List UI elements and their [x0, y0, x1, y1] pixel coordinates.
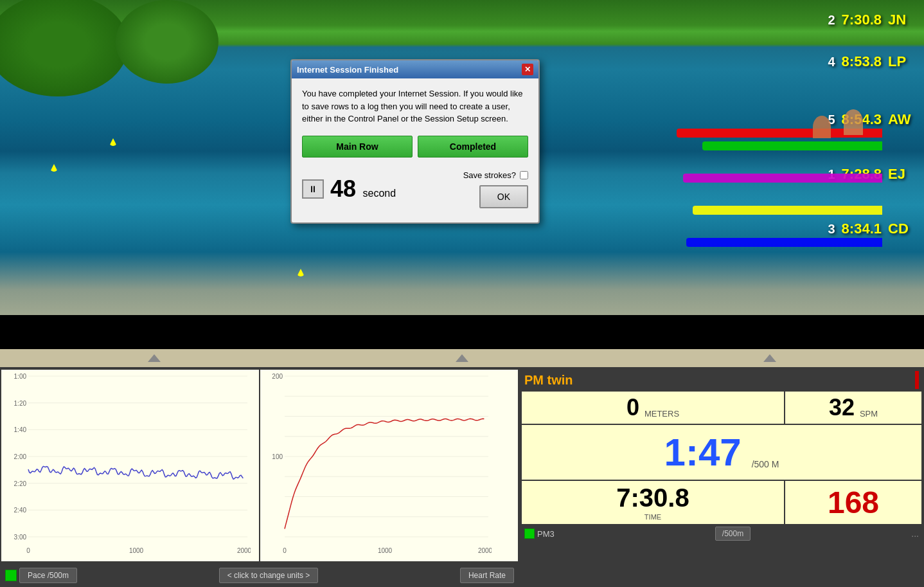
pm-pace-value: 1:47 [664, 430, 742, 474]
charts-panel: Pace /500m < click to change units > Hea… [0, 367, 519, 587]
pm-meters-row: 0 METERS 32 SPM [522, 392, 921, 424]
pace-indicator [5, 570, 17, 581]
ok-button[interactable]: OK [479, 185, 528, 208]
pm-meters-value: 0 [626, 394, 639, 421]
pm-time-label: TIME [644, 512, 661, 521]
pm-header: PM twin [522, 370, 921, 390]
pm-model-group: PM3 [524, 528, 555, 539]
pm-time-cell: 7:30.8 TIME [522, 481, 784, 524]
scroll-up-arrow-1[interactable] [148, 354, 161, 362]
pm-model-label: PM3 [537, 529, 555, 539]
pace-label-button[interactable]: Pace /500m [19, 568, 77, 583]
bottom-panel: Pace /500m < click to change units > Hea… [0, 349, 924, 587]
pm-footer: PM3 /500m ... [522, 525, 921, 542]
scroll-up-arrow-2[interactable] [456, 354, 468, 362]
arrows-row [0, 349, 924, 367]
heart-rate-button[interactable]: Heart Rate [460, 568, 514, 583]
pm-pace-row: 1:47 /500 M [522, 425, 921, 480]
scroll-up-arrow-3[interactable] [763, 354, 776, 362]
dialog-body: You have completed your Internet Session… [292, 78, 538, 222]
dialog-message: You have completed your Internet Session… [302, 87, 528, 125]
timer-unit: second [363, 188, 396, 199]
pace-chart-canvas [1, 370, 251, 556]
save-strokes-group: Save strokes? [463, 170, 528, 180]
pm-panel: PM twin 0 METERS 32 SPM 1:47 /500 M [519, 367, 924, 587]
pm-spm-value: 32 [829, 394, 855, 421]
pm-indicator [915, 371, 919, 389]
pm-meters-label: METERS [644, 409, 679, 421]
internet-session-dialog: Internet Session Finished ✕ You have com… [290, 59, 540, 224]
save-strokes-label: Save strokes? [463, 170, 516, 180]
pm-footer-indicator [524, 528, 535, 539]
pace-indicator-group: Pace /500m [5, 568, 77, 583]
dialog-close-button[interactable]: ✕ [522, 64, 533, 75]
save-strokes-checkbox[interactable] [520, 171, 528, 179]
rowing-scene: 2 7:30.8 JN 4 8:53.8 LP 5 8:54.3 AW 1 7:… [0, 0, 924, 315]
pm-unit-button[interactable]: /500m [715, 527, 751, 541]
bottom-content: Pace /500m < click to change units > Hea… [0, 367, 924, 587]
timer-value: 48 [330, 176, 356, 202]
pm-watts-value: 168 [828, 485, 879, 520]
hr-chart-canvas [260, 370, 492, 556]
pm-meters-cell: 0 METERS [522, 392, 784, 424]
charts-area [0, 367, 519, 564]
timer-display-group: 48 second [330, 176, 396, 203]
dialog-overlay: Internet Session Finished ✕ You have com… [0, 0, 924, 315]
pm-separator: ... [911, 528, 919, 539]
dialog-button-group: Main Row Completed [302, 136, 528, 158]
pause-button[interactable]: ⏸ [302, 179, 324, 199]
pm-spm-cell: 32 SPM [785, 392, 921, 424]
completed-button[interactable]: Completed [418, 136, 528, 158]
pm-time-value: 7:30.8 [616, 483, 689, 512]
pm-pace-unit: /500 M [752, 459, 779, 474]
right-footer: Save strokes? OK [463, 170, 528, 208]
charts-footer: Pace /500m < click to change units > Hea… [0, 564, 519, 587]
pm-time-watts-row: 7:30.8 TIME 168 [522, 481, 921, 524]
dialog-footer-row: ⏸ 48 second Save strokes? OK [302, 168, 528, 216]
timer-section: ⏸ 48 second [302, 176, 396, 203]
unit-change-button[interactable]: < click to change units > [219, 568, 319, 583]
pm-spm-label: SPM [860, 409, 878, 421]
pm-pace-cell: 1:47 /500 M [522, 425, 921, 480]
hr-chart [260, 370, 518, 561]
dialog-titlebar: Internet Session Finished ✕ [292, 60, 538, 78]
dialog-title: Internet Session Finished [297, 65, 398, 75]
pm-watts-cell: 168 [785, 481, 921, 524]
pm-title: PM twin [524, 373, 573, 388]
pace-chart [1, 370, 259, 561]
main-row-button[interactable]: Main Row [302, 136, 413, 158]
